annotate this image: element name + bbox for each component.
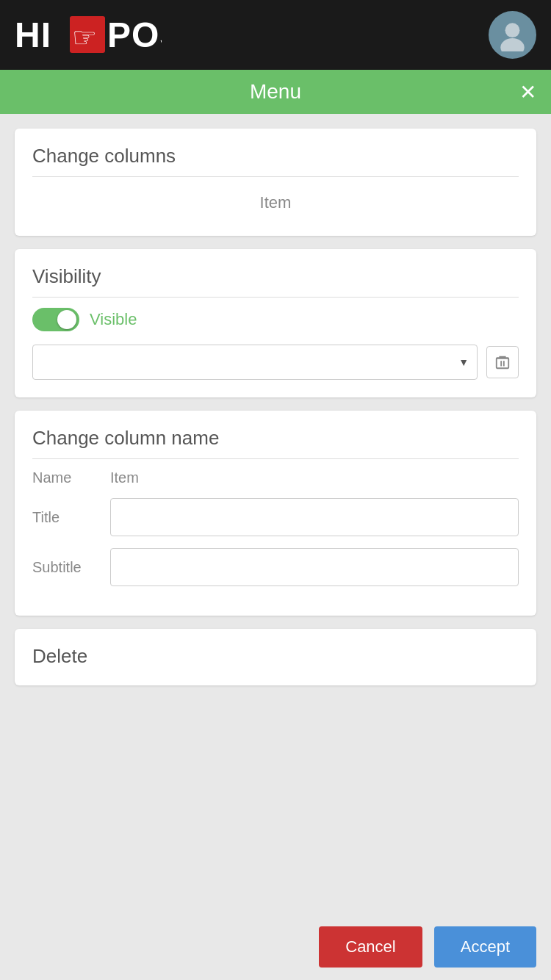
- svg-point-5: [500, 38, 524, 51]
- visibility-toggle[interactable]: [32, 308, 79, 331]
- menu-bar: Menu ✕: [0, 70, 551, 114]
- change-columns-card: Change columns Item: [15, 129, 536, 236]
- toggle-row: Visible: [32, 308, 519, 331]
- menu-bar-title: Menu: [250, 80, 301, 104]
- trash-button[interactable]: [486, 346, 519, 378]
- close-button[interactable]: ✕: [519, 80, 536, 104]
- subtitle-label: Subtitle: [32, 559, 98, 576]
- svg-rect-6: [497, 359, 509, 369]
- name-row: Name Item: [32, 469, 519, 486]
- name-value: Item: [110, 469, 139, 486]
- dropdown-row: ▼: [32, 345, 519, 380]
- avatar[interactable]: [489, 11, 536, 59]
- svg-text:☞: ☞: [72, 22, 97, 53]
- svg-text:POS: POS: [107, 15, 162, 54]
- bottom-bar: Cancel Accept: [0, 914, 551, 980]
- svg-point-4: [505, 23, 520, 37]
- change-columns-item: Item: [32, 187, 519, 218]
- visibility-dropdown[interactable]: [32, 345, 478, 380]
- cancel-button[interactable]: Cancel: [319, 926, 422, 968]
- delete-title: Delete: [32, 645, 519, 668]
- change-column-name-card: Change column name Name Item Title Subti…: [15, 411, 536, 616]
- name-label: Name: [32, 469, 98, 486]
- delete-card: Delete: [15, 629, 536, 685]
- logo: HI ☞ POS: [15, 15, 162, 55]
- content-area: Change columns Item Visibility Visible ▼: [0, 114, 551, 759]
- title-input[interactable]: [110, 498, 519, 536]
- visibility-title: Visibility: [32, 265, 519, 298]
- subtitle-input[interactable]: [110, 548, 519, 586]
- subtitle-row: Subtitle: [32, 548, 519, 586]
- accept-button[interactable]: Accept: [434, 926, 536, 968]
- toggle-knob: [57, 310, 76, 329]
- title-label: Title: [32, 509, 98, 526]
- visible-label: Visible: [90, 310, 137, 329]
- dropdown-wrapper: ▼: [32, 345, 478, 380]
- header: HI ☞ POS: [0, 0, 551, 70]
- title-row: Title: [32, 498, 519, 536]
- visibility-card: Visibility Visible ▼: [15, 249, 536, 397]
- change-column-name-title: Change column name: [32, 427, 519, 459]
- svg-text:HI: HI: [15, 15, 51, 54]
- change-columns-title: Change columns: [32, 145, 519, 177]
